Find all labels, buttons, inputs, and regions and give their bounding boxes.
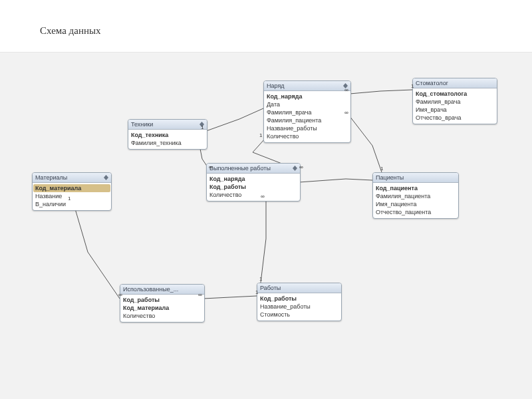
table-dentist[interactable]: СтоматологКод_стоматологаФамилия_врачаИм… xyxy=(412,78,497,124)
relation-cardinality: ∞ xyxy=(209,164,213,170)
relation-cardinality: 1 xyxy=(259,276,262,282)
table-body: Код_материалаНазваниеВ_наличии xyxy=(33,183,111,210)
field[interactable]: Отчество_врача xyxy=(416,114,494,122)
table-header[interactable]: Техники xyxy=(128,120,207,130)
table-header[interactable]: Использованные_... xyxy=(120,285,204,295)
field[interactable]: Отчество_пациента xyxy=(376,208,456,216)
field[interactable]: Количество xyxy=(123,312,201,320)
relation-cardinality: 1 xyxy=(411,83,414,89)
table-body: Код_нарядаКод_работыКоличество xyxy=(207,174,300,201)
table-header[interactable]: Наряд xyxy=(264,81,350,91)
field[interactable]: Фамилия_техника xyxy=(131,139,204,147)
relation-cardinality: ∞ xyxy=(118,292,122,298)
table-header[interactable]: Пациенты xyxy=(373,173,458,183)
table-header[interactable]: Материалы xyxy=(33,173,111,183)
field[interactable]: Имя_пациента xyxy=(376,200,456,208)
field[interactable]: Код_работы xyxy=(260,295,338,303)
table-header[interactable]: Выполненные работы xyxy=(207,164,300,174)
table-header[interactable]: Работы xyxy=(257,283,341,293)
scroll-arrows-icon[interactable] xyxy=(103,175,108,180)
table-title: Стоматолог xyxy=(416,79,448,87)
field[interactable]: Код_пациента xyxy=(376,184,456,192)
table-header[interactable]: Стоматолог xyxy=(413,78,497,88)
field[interactable]: В_наличии xyxy=(35,200,108,208)
table-body: Код_работыНазвание_работыСтоимость xyxy=(257,293,341,321)
field[interactable]: Код_материала xyxy=(123,304,201,312)
relation-cardinality: ∞ xyxy=(261,194,265,200)
field[interactable]: Фамилия_врача xyxy=(267,108,348,116)
relation-cardinality: 1 xyxy=(255,289,258,295)
field[interactable]: Имя_врача xyxy=(416,106,494,114)
relation-cardinality: 1 xyxy=(68,196,70,201)
field[interactable]: Название xyxy=(35,192,108,200)
relation-cardinality: 1 xyxy=(259,132,262,138)
page-title: Схема данных xyxy=(40,25,101,37)
field[interactable]: Код_работы xyxy=(123,296,201,304)
table-title: Материалы xyxy=(35,174,67,182)
table-title: Выполненные работы xyxy=(209,164,271,172)
schema-canvas[interactable]: МатериалыКод_материалаНазваниеВ_наличииТ… xyxy=(0,52,532,399)
table-used[interactable]: Использованные_...Код_работыКод_материал… xyxy=(120,284,205,323)
field[interactable]: Фамилия_пациента xyxy=(267,116,348,124)
field[interactable]: Количество xyxy=(267,132,348,140)
field[interactable]: Код_материала xyxy=(33,184,110,192)
relation-cardinality: ∞ xyxy=(299,164,303,170)
table-patients[interactable]: ПациентыКод_пациентаФамилия_пациентаИмя_… xyxy=(372,172,459,219)
relation-cardinality: ∞ xyxy=(344,110,348,116)
field[interactable]: Название_работы xyxy=(260,303,338,311)
table-materials[interactable]: МатериалыКод_материалаНазваниеВ_наличии xyxy=(32,172,112,211)
field[interactable]: Фамилия_пациента xyxy=(376,192,456,200)
table-body: Код_техникаФамилия_техника xyxy=(128,130,207,149)
field[interactable]: Код_стоматолога xyxy=(416,90,494,98)
table-title: Пациенты xyxy=(376,174,404,182)
table-title: Работы xyxy=(260,284,281,292)
table-tech[interactable]: ТехникиКод_техникаФамилия_техника xyxy=(128,119,207,150)
field[interactable]: Код_наряда xyxy=(267,92,348,100)
relation-cardinality: 1 xyxy=(201,124,203,130)
relation-cardinality: ∞ xyxy=(198,292,202,298)
field[interactable]: Дата xyxy=(267,100,348,108)
scroll-arrows-icon[interactable] xyxy=(292,166,297,171)
table-title: Техники xyxy=(131,120,153,128)
field[interactable]: Код_наряда xyxy=(209,175,297,183)
field[interactable]: Стоимость xyxy=(260,311,338,319)
field[interactable]: Фамилия_врача xyxy=(416,98,494,106)
table-title: Использованные_... xyxy=(123,285,178,293)
table-done[interactable]: Выполненные работыКод_нарядаКод_работыКо… xyxy=(206,163,301,201)
relation-cardinality: ∞ xyxy=(344,87,348,93)
table-order[interactable]: НарядКод_нарядаДатаФамилия_врачаФамилия_… xyxy=(263,80,351,143)
relation-cardinality: 1 xyxy=(380,166,383,172)
table-body: Код_стоматологаФамилия_врачаИмя_врачаОтч… xyxy=(413,88,497,124)
field[interactable]: Название_работы xyxy=(267,124,348,132)
table-body: Код_работыКод_материалаКоличество xyxy=(120,295,204,322)
field[interactable]: Код_техника xyxy=(131,131,204,139)
table-body: Код_нарядаДатаФамилия_врачаФамилия_пацие… xyxy=(264,91,350,142)
field[interactable]: Код_работы xyxy=(209,183,297,191)
table-body: Код_пациентаФамилия_пациентаИмя_пациента… xyxy=(373,183,458,218)
field[interactable]: Количество xyxy=(209,191,297,199)
table-title: Наряд xyxy=(267,82,285,90)
table-works[interactable]: РаботыКод_работыНазвание_работыСтоимость xyxy=(257,283,342,321)
